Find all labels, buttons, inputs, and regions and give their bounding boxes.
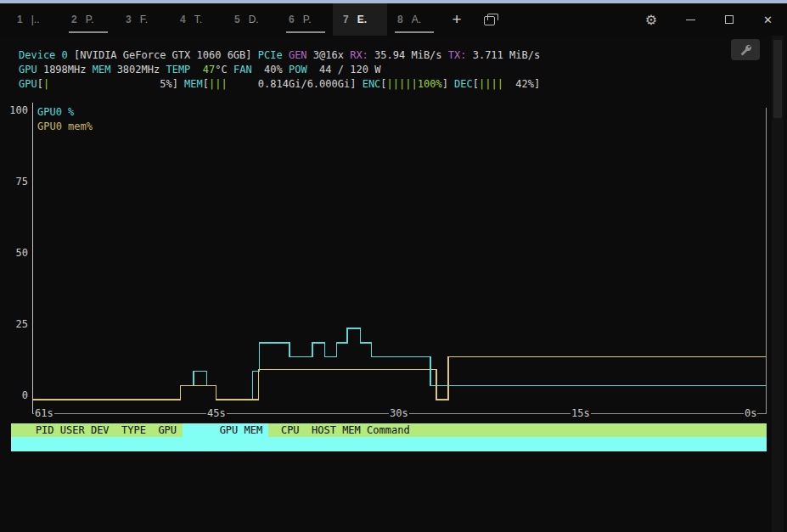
tab-title: A. [412, 14, 421, 25]
y-axis-tick: 75 [16, 176, 28, 188]
text-segment: 42%] [503, 78, 540, 90]
tab-strip: 1|..2P.3F.4T.5D.6P.7E.8A. [7, 3, 441, 36]
tab-number: 4 [180, 14, 186, 25]
settings-button[interactable]: ⚙ [632, 3, 671, 36]
tab-switcher-button[interactable] [472, 3, 509, 36]
new-tab-button[interactable]: + [441, 3, 472, 36]
x-axis-tick: 61s [34, 407, 54, 419]
text-segment: [NVIDIA GeForce GTX 1060 6GB] [68, 49, 258, 61]
close-button[interactable]: ✕ [749, 3, 787, 36]
titlebar-spacer [509, 3, 632, 36]
process-table-row[interactable]: 3022525 N/A 0 Compute 5% 753MiB 12% N/A … [11, 437, 767, 451]
tab-7[interactable]: 7E. [333, 3, 387, 36]
text-segment: [ [203, 78, 209, 90]
x-axis-tick: 30s [389, 407, 409, 419]
text-segment: POW [289, 64, 307, 76]
text-segment [190, 64, 202, 76]
x-axis-tick: 15s [571, 407, 591, 419]
tab-8[interactable]: 8A. [387, 3, 441, 36]
text-segment: ] [442, 78, 454, 90]
minimize-button[interactable] [671, 3, 710, 36]
x-axis-tick: 45s [206, 407, 227, 419]
text-segment: [ [380, 78, 386, 90]
text-segment: GPU MEM [183, 423, 268, 437]
tab-3[interactable]: 3F. [115, 3, 170, 36]
tab-5[interactable]: 5D. [224, 3, 278, 36]
gpu-info-clocks-line: GPU 1898MHz MEM 3802MHz TEMP 47°C FAN 40… [19, 63, 380, 76]
terminal-window: 1|..2P.3F.4T.5D.6P.7E.8A. + ⚙ ✕ Device 0… [0, 0, 787, 532]
titlebar-drag-region[interactable]: 1|..2P.3F.4T.5D.6P.7E.8A. + ⚙ ✕ [0, 3, 787, 36]
maximize-button[interactable] [710, 3, 749, 36]
text-segment: [ [473, 78, 479, 90]
text-segment: 100% [418, 78, 442, 90]
text-segment: 47 [203, 64, 215, 76]
y-axis-tick: 0 [22, 389, 28, 401]
text-segment: 35.94 MiB/s [368, 49, 448, 61]
text-segment: [ [37, 78, 43, 90]
chart-y-axis: 1007550250 [0, 103, 30, 413]
text-segment: 40% [252, 64, 289, 76]
y-axis-tick: 100 [9, 104, 28, 116]
text-segment: MEM [184, 78, 203, 90]
x-axis-tick: 0s [744, 407, 757, 419]
text-segment: 3802MHz [110, 64, 166, 76]
chart-series-gpu0- [32, 328, 766, 400]
chart-plot [32, 104, 766, 414]
chart-series-gpu0-mem- [32, 357, 766, 400]
process-table-header: PID USER DEV TYPE GPU GPU MEM CPU HOST M… [11, 423, 767, 437]
text-segment: GPU [19, 64, 37, 76]
text-segment: GPU [19, 78, 37, 90]
tab-activity-indicator [395, 31, 434, 33]
plus-icon: + [452, 10, 461, 29]
y-axis-tick: 25 [16, 318, 28, 330]
tab-title: F. [140, 14, 148, 25]
text-segment: PID USER DEV TYPE GPU [11, 423, 183, 437]
text-segment: DEC [454, 78, 473, 90]
tab-1[interactable]: 1|.. [7, 3, 61, 36]
tab-number: 3 [126, 14, 132, 25]
tab-number: 5 [234, 14, 240, 25]
tab-title: E. [357, 14, 367, 25]
tab-activity-indicator [69, 31, 108, 33]
overlapping-windows-icon [484, 14, 498, 25]
text-segment: |||| [479, 78, 503, 90]
text-segment: 3.711 MiB/s [466, 49, 540, 61]
text-segment: PCIe [258, 49, 283, 61]
scrollbar-thumb[interactable] [773, 40, 782, 118]
text-segment: 0.814Gi/6.000Gi] [228, 78, 363, 90]
text-segment: 3@16x [307, 49, 351, 61]
tab-6[interactable]: 6P. [278, 3, 333, 36]
text-segment: ||||| [387, 78, 418, 90]
wrench-button[interactable] [731, 39, 760, 60]
wrench-icon [739, 43, 752, 57]
maximize-icon [725, 15, 734, 24]
text-segment: °C [215, 64, 233, 76]
tab-title: D. [249, 14, 259, 25]
minimize-icon [686, 20, 695, 20]
text-segment: Device 0 [19, 49, 68, 61]
text-segment: 44 / 120 W [307, 64, 381, 76]
tab-title: T. [194, 14, 202, 25]
text-segment: 5%] [49, 78, 184, 90]
tab-title: P. [303, 14, 312, 25]
process-row-text: 3022525 N/A 0 Compute 5% 753MiB 12% N/A … [48, 451, 385, 463]
tab-number: 7 [343, 14, 349, 25]
tab-number: 1 [17, 14, 23, 25]
text-segment: GEN [289, 49, 307, 61]
text-segment: ENC [363, 78, 381, 90]
close-icon: ✕ [763, 14, 773, 26]
y-axis-tick: 50 [16, 247, 28, 259]
text-segment: RX: [350, 49, 368, 61]
text-segment: TX: [448, 49, 467, 61]
tab-2[interactable]: 2P. [61, 3, 115, 36]
scrollbar-track[interactable] [772, 36, 784, 532]
gpu-info-gauges-line: GPU[| 5%] MEM[||| 0.814Gi/6.000Gi] ENC[|… [19, 77, 540, 91]
text-segment: CPU HOST MEM Command [268, 423, 767, 437]
tab-number: 8 [397, 14, 403, 25]
tab-4[interactable]: 4T. [170, 3, 224, 36]
chart-right-border [766, 108, 767, 413]
gear-icon: ⚙ [645, 12, 657, 28]
text-segment: TEMP [166, 64, 190, 76]
text-segment: FAN [233, 64, 252, 76]
chart-x-axis: 61s45s30s15s0s [32, 407, 767, 421]
